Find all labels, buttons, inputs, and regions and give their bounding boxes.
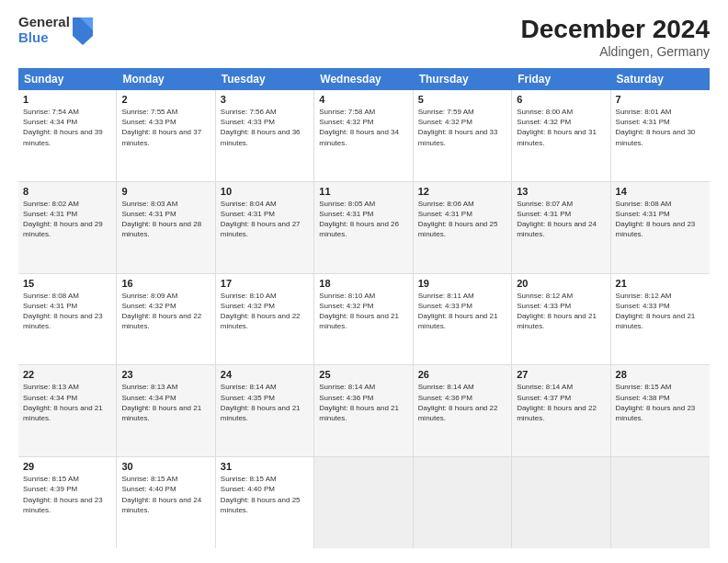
calendar-cell: 20Sunrise: 8:12 AMSunset: 4:33 PMDayligh… — [512, 274, 610, 365]
day-number: 1 — [23, 94, 111, 105]
day-number: 22 — [23, 369, 111, 380]
calendar-row: 29Sunrise: 8:15 AMSunset: 4:39 PMDayligh… — [18, 457, 710, 548]
day-number: 20 — [517, 278, 605, 289]
cell-info: Sunrise: 8:00 AMSunset: 4:32 PMDaylight:… — [517, 107, 605, 148]
calendar-cell — [414, 457, 512, 548]
cell-info: Sunrise: 8:15 AMSunset: 4:38 PMDaylight:… — [616, 382, 705, 423]
day-number: 7 — [616, 94, 705, 105]
cell-info: Sunrise: 8:06 AMSunset: 4:31 PMDaylight:… — [418, 199, 506, 240]
cell-info: Sunrise: 8:12 AMSunset: 4:33 PMDaylight:… — [616, 291, 705, 332]
day-number: 5 — [418, 94, 506, 105]
calendar-cell: 3Sunrise: 7:56 AMSunset: 4:33 PMDaylight… — [216, 90, 314, 181]
day-number: 4 — [319, 94, 407, 105]
day-number: 24 — [221, 369, 309, 380]
calendar-cell: 8Sunrise: 8:02 AMSunset: 4:31 PMDaylight… — [18, 182, 117, 273]
calendar-cell: 27Sunrise: 8:14 AMSunset: 4:37 PMDayligh… — [512, 365, 610, 456]
calendar-cell: 21Sunrise: 8:12 AMSunset: 4:33 PMDayligh… — [611, 274, 710, 365]
calendar: SundayMondayTuesdayWednesdayThursdayFrid… — [18, 68, 710, 548]
day-number: 8 — [23, 186, 111, 197]
cell-info: Sunrise: 8:11 AMSunset: 4:33 PMDaylight:… — [418, 291, 506, 332]
calendar-cell: 12Sunrise: 8:06 AMSunset: 4:31 PMDayligh… — [414, 182, 512, 273]
page-header: General Blue December 2024 Aldingen, Ger… — [18, 15, 710, 59]
cell-info: Sunrise: 8:05 AMSunset: 4:31 PMDaylight:… — [319, 199, 407, 240]
logo-general: General — [18, 15, 70, 30]
calendar-cell: 24Sunrise: 8:14 AMSunset: 4:35 PMDayligh… — [216, 365, 314, 456]
cell-info: Sunrise: 7:54 AMSunset: 4:34 PMDaylight:… — [23, 107, 111, 148]
cell-info: Sunrise: 8:01 AMSunset: 4:31 PMDaylight:… — [616, 107, 705, 148]
cell-info: Sunrise: 8:14 AMSunset: 4:36 PMDaylight:… — [319, 382, 407, 423]
day-number: 16 — [121, 278, 210, 289]
calendar-row: 22Sunrise: 8:13 AMSunset: 4:34 PMDayligh… — [18, 365, 710, 457]
day-number: 6 — [517, 94, 605, 105]
cell-info: Sunrise: 8:14 AMSunset: 4:37 PMDaylight:… — [517, 382, 605, 423]
calendar-cell: 31Sunrise: 8:15 AMSunset: 4:40 PMDayligh… — [216, 457, 314, 548]
weekday-header: Saturday — [611, 68, 710, 90]
calendar-cell: 5Sunrise: 7:59 AMSunset: 4:32 PMDaylight… — [414, 90, 512, 181]
calendar-cell — [611, 457, 710, 548]
cell-info: Sunrise: 8:15 AMSunset: 4:40 PMDaylight:… — [221, 474, 309, 515]
calendar-cell — [314, 457, 413, 548]
cell-info: Sunrise: 8:02 AMSunset: 4:31 PMDaylight:… — [23, 199, 111, 240]
calendar-header: SundayMondayTuesdayWednesdayThursdayFrid… — [18, 68, 710, 90]
day-number: 2 — [121, 94, 210, 105]
cell-info: Sunrise: 7:55 AMSunset: 4:33 PMDaylight:… — [121, 107, 210, 148]
day-number: 11 — [319, 186, 407, 197]
day-number: 27 — [517, 369, 605, 380]
cell-info: Sunrise: 8:07 AMSunset: 4:31 PMDaylight:… — [517, 199, 605, 240]
cell-info: Sunrise: 8:13 AMSunset: 4:34 PMDaylight:… — [23, 382, 111, 423]
logo-icon — [73, 17, 91, 43]
cell-info: Sunrise: 8:09 AMSunset: 4:32 PMDaylight:… — [121, 291, 210, 332]
day-number: 28 — [616, 369, 705, 380]
day-number: 3 — [221, 94, 309, 105]
cell-info: Sunrise: 8:14 AMSunset: 4:36 PMDaylight:… — [418, 382, 506, 423]
cell-info: Sunrise: 8:13 AMSunset: 4:34 PMDaylight:… — [121, 382, 210, 423]
calendar-cell: 30Sunrise: 8:15 AMSunset: 4:40 PMDayligh… — [117, 457, 215, 548]
location: Aldingen, Germany — [521, 44, 710, 59]
logo-blue: Blue — [18, 30, 70, 46]
day-number: 18 — [319, 278, 407, 289]
calendar-cell: 17Sunrise: 8:10 AMSunset: 4:32 PMDayligh… — [216, 274, 314, 365]
calendar-cell: 25Sunrise: 8:14 AMSunset: 4:36 PMDayligh… — [314, 365, 413, 456]
cell-info: Sunrise: 8:04 AMSunset: 4:31 PMDaylight:… — [221, 199, 309, 240]
day-number: 17 — [221, 278, 309, 289]
cell-info: Sunrise: 8:15 AMSunset: 4:40 PMDaylight:… — [121, 474, 210, 515]
day-number: 23 — [121, 369, 210, 380]
day-number: 30 — [121, 461, 210, 472]
cell-info: Sunrise: 8:12 AMSunset: 4:33 PMDaylight:… — [517, 291, 605, 332]
calendar-cell: 15Sunrise: 8:08 AMSunset: 4:31 PMDayligh… — [18, 274, 117, 365]
calendar-cell: 16Sunrise: 8:09 AMSunset: 4:32 PMDayligh… — [117, 274, 215, 365]
weekday-header: Sunday — [18, 68, 117, 90]
cell-info: Sunrise: 8:03 AMSunset: 4:31 PMDaylight:… — [121, 199, 210, 240]
day-number: 26 — [418, 369, 506, 380]
calendar-cell: 9Sunrise: 8:03 AMSunset: 4:31 PMDaylight… — [117, 182, 215, 273]
calendar-cell: 10Sunrise: 8:04 AMSunset: 4:31 PMDayligh… — [216, 182, 314, 273]
title-block: December 2024 Aldingen, Germany — [521, 15, 710, 59]
calendar-row: 1Sunrise: 7:54 AMSunset: 4:34 PMDaylight… — [18, 90, 710, 182]
weekday-header: Tuesday — [216, 68, 314, 90]
calendar-cell — [512, 457, 610, 548]
calendar-cell: 29Sunrise: 8:15 AMSunset: 4:39 PMDayligh… — [18, 457, 117, 548]
calendar-cell: 7Sunrise: 8:01 AMSunset: 4:31 PMDaylight… — [611, 90, 710, 181]
cell-info: Sunrise: 8:08 AMSunset: 4:31 PMDaylight:… — [616, 199, 705, 240]
day-number: 19 — [418, 278, 506, 289]
weekday-header: Wednesday — [314, 68, 413, 90]
calendar-cell: 22Sunrise: 8:13 AMSunset: 4:34 PMDayligh… — [18, 365, 117, 456]
day-number: 9 — [121, 186, 210, 197]
calendar-body: 1Sunrise: 7:54 AMSunset: 4:34 PMDaylight… — [18, 90, 710, 548]
cell-info: Sunrise: 7:56 AMSunset: 4:33 PMDaylight:… — [221, 107, 309, 148]
calendar-cell: 13Sunrise: 8:07 AMSunset: 4:31 PMDayligh… — [512, 182, 610, 273]
cell-info: Sunrise: 8:08 AMSunset: 4:31 PMDaylight:… — [23, 291, 111, 332]
weekday-header: Thursday — [414, 68, 512, 90]
calendar-cell: 1Sunrise: 7:54 AMSunset: 4:34 PMDaylight… — [18, 90, 117, 181]
day-number: 15 — [23, 278, 111, 289]
weekday-header: Friday — [512, 68, 610, 90]
calendar-row: 8Sunrise: 8:02 AMSunset: 4:31 PMDaylight… — [18, 182, 710, 274]
cell-info: Sunrise: 7:58 AMSunset: 4:32 PMDaylight:… — [319, 107, 407, 148]
calendar-row: 15Sunrise: 8:08 AMSunset: 4:31 PMDayligh… — [18, 274, 710, 366]
calendar-cell: 2Sunrise: 7:55 AMSunset: 4:33 PMDaylight… — [117, 90, 215, 181]
weekday-header: Monday — [117, 68, 215, 90]
logo: General Blue — [18, 15, 91, 45]
calendar-cell: 4Sunrise: 7:58 AMSunset: 4:32 PMDaylight… — [314, 90, 413, 181]
cell-info: Sunrise: 8:10 AMSunset: 4:32 PMDaylight:… — [319, 291, 407, 332]
cell-info: Sunrise: 8:15 AMSunset: 4:39 PMDaylight:… — [23, 474, 111, 515]
